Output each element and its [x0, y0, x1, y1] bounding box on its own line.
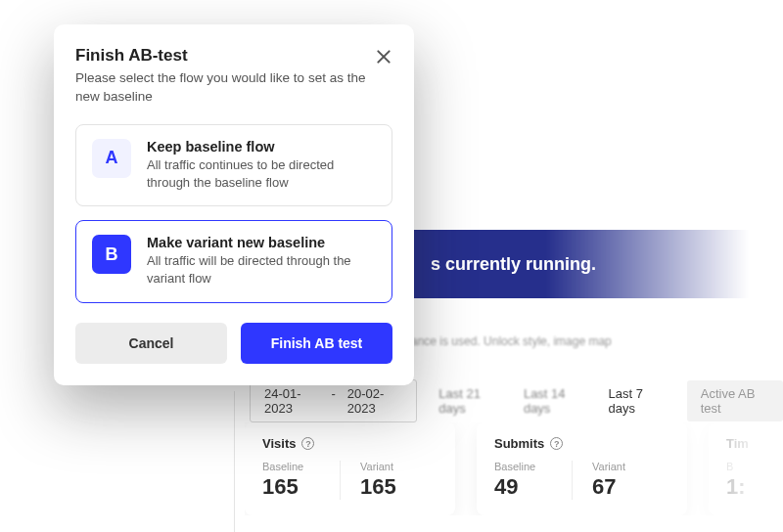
card-submits: Submits ? Baseline 49 Variant 67: [477, 422, 687, 515]
option-a-desc: All traffic continues to be directed thr…: [147, 156, 376, 192]
option-make-variant-baseline[interactable]: B Make variant new baseline All traffic …: [75, 220, 392, 302]
stats-row: Visits ? Baseline 165 Variant 165 Submit…: [245, 422, 783, 515]
close-icon[interactable]: [375, 48, 392, 66]
option-b-title: Make variant new baseline: [147, 235, 376, 250]
modal-subtitle: Please select the flow you would like to…: [75, 69, 375, 107]
card-visits: Visits ? Baseline 165 Variant 165: [245, 422, 455, 515]
date-to: 20-02-2023: [347, 386, 402, 416]
divider-line: [234, 391, 235, 532]
date-range[interactable]: 24-01-2023 - 20-02-2023: [250, 379, 417, 422]
submits-variant-value: 67: [592, 474, 669, 500]
modal-title: Finish AB-test: [75, 46, 375, 66]
visits-baseline-value: 165: [262, 474, 340, 500]
submits-variant-label: Variant: [592, 461, 669, 472]
option-keep-baseline[interactable]: A Keep baseline flow All traffic continu…: [75, 124, 392, 206]
banner-text: s currently running.: [431, 254, 596, 275]
filter-21-days[interactable]: Last 21 days: [438, 386, 502, 416]
option-a-title: Keep baseline flow: [147, 139, 376, 155]
visits-variant-label: Variant: [360, 461, 438, 472]
help-icon[interactable]: ?: [301, 437, 314, 450]
submits-baseline-label: Baseline: [494, 461, 572, 472]
option-b-desc: All traffic will be directed through the…: [147, 252, 376, 288]
filter-row: 24-01-2023 - 20-02-2023 Last 21 days Las…: [250, 379, 783, 422]
help-icon[interactable]: ?: [550, 437, 563, 450]
date-from: 24-01-2023: [264, 386, 319, 416]
card-time: Tim B 1:: [709, 422, 783, 515]
sub-banner-text: ance is used. Unlock style, image map: [411, 334, 612, 348]
time-baseline-label: B: [726, 461, 783, 472]
option-a-badge: A: [92, 139, 131, 178]
option-b-badge: B: [92, 235, 131, 274]
finish-ab-test-button[interactable]: Finish AB test: [241, 323, 392, 364]
visits-title: Visits: [262, 436, 296, 451]
submits-baseline-value: 49: [494, 474, 572, 500]
time-baseline-value: 1:: [726, 474, 783, 500]
cancel-button[interactable]: Cancel: [75, 323, 227, 364]
date-sep: -: [331, 386, 335, 416]
filter-7-days[interactable]: Last 7 days: [608, 386, 665, 416]
filter-14-days[interactable]: Last 14 days: [524, 386, 587, 416]
time-title: Tim: [726, 436, 749, 451]
submits-title: Submits: [494, 436, 544, 451]
finish-abtest-modal: Finish AB-test Please select the flow yo…: [54, 24, 414, 385]
filter-active-ab-test[interactable]: Active AB test: [687, 380, 783, 421]
visits-variant-value: 165: [360, 474, 438, 500]
visits-baseline-label: Baseline: [262, 461, 340, 472]
